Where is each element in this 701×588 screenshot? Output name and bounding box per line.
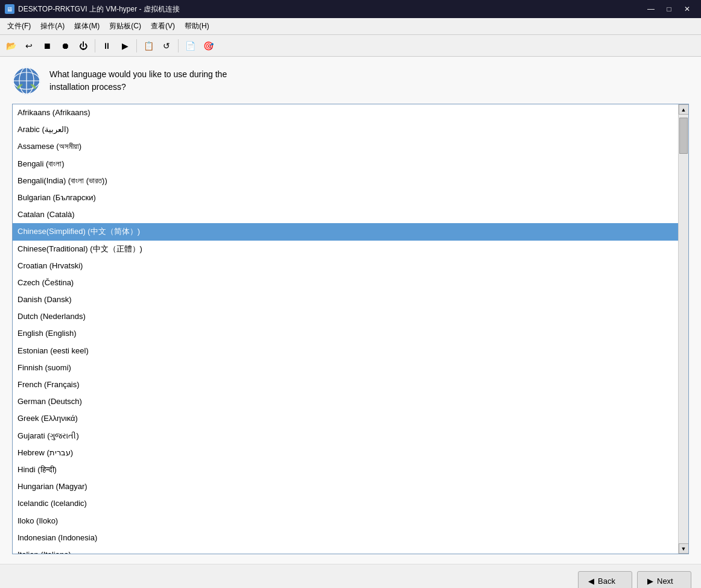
toolbar-btn-10[interactable]: 🎯: [200, 37, 217, 54]
language-item[interactable]: Chinese(Simplified) (中文（简体）): [13, 223, 678, 240]
scroll-down-button[interactable]: ▼: [679, 543, 689, 554]
toolbar-btn-0[interactable]: 📂: [2, 37, 19, 54]
menu-action[interactable]: 操作(A): [36, 19, 69, 34]
app-icon: 🖥: [5, 4, 14, 14]
back-label: Back: [598, 577, 615, 586]
language-item[interactable]: Icelandic (Icelandic): [13, 495, 678, 512]
toolbar-separator-2: [136, 39, 137, 52]
language-item[interactable]: Indonesian (Indonesia): [13, 530, 678, 546]
menu-media[interactable]: 媒体(M): [69, 19, 104, 34]
toolbar-btn-3[interactable]: ⏺: [57, 37, 74, 54]
toolbar-btn-4[interactable]: ⏻: [75, 37, 92, 54]
close-button[interactable]: ✕: [678, 1, 696, 17]
titlebar: 🖥 DESKTOP-RRKTGVI 上的 VM-hyper - 虚拟机连接 — …: [0, 0, 701, 18]
menubar: 文件(F) 操作(A) 媒体(M) 剪贴板(C) 查看(V) 帮助(H): [0, 18, 701, 35]
toolbar-btn-1[interactable]: ↩: [21, 37, 37, 54]
language-item[interactable]: Bulgarian (Български): [13, 189, 678, 206]
language-item[interactable]: Estonian (eesti keel): [13, 343, 678, 359]
toolbar-separator-3: [178, 39, 179, 52]
toolbar-btn-8[interactable]: ↺: [158, 37, 175, 54]
window-title: DESKTOP-RRKTGVI 上的 VM-hyper - 虚拟机连接: [18, 4, 642, 14]
back-arrow-icon: ◀: [588, 577, 594, 586]
question-container: What language would you like to use duri…: [49, 68, 227, 93]
language-item[interactable]: Dutch (Nederlands): [13, 308, 678, 325]
language-item[interactable]: French (Français): [13, 376, 678, 393]
language-item[interactable]: Catalan (Català): [13, 206, 678, 223]
next-arrow-icon: ▶: [647, 577, 653, 586]
menu-clipboard[interactable]: 剪贴板(C): [104, 19, 146, 34]
toolbar-separator-1: [95, 39, 95, 52]
scroll-up-button[interactable]: ▲: [679, 104, 689, 115]
scrollbar-track[interactable]: ▲ ▼: [678, 104, 688, 554]
language-list[interactable]: Afrikaans (Afrikaans)Arabic (العربية)Ass…: [13, 104, 678, 554]
language-item[interactable]: Czech (Čeština): [13, 274, 678, 291]
menu-help[interactable]: 帮助(H): [180, 19, 214, 34]
language-item[interactable]: Hungarian (Magyar): [13, 478, 678, 495]
scroll-thumb[interactable]: [679, 118, 688, 154]
language-item[interactable]: Greek (Ελληνικά): [13, 410, 678, 427]
menu-file[interactable]: 文件(F): [2, 19, 36, 34]
toolbar-btn-7[interactable]: 📋: [140, 37, 157, 54]
menu-view[interactable]: 查看(V): [146, 19, 180, 34]
toolbar-btn-9[interactable]: 📄: [182, 37, 198, 54]
header-area: What language would you like to use duri…: [12, 66, 689, 95]
language-item[interactable]: Bengali (বাংলা): [13, 156, 678, 172]
language-item[interactable]: Gujarati (ગુજરાતી): [13, 428, 678, 444]
question-line1: What language would you like to use duri…: [49, 68, 227, 81]
language-item[interactable]: Afrikaans (Afrikaans): [13, 104, 678, 121]
next-label: Next: [657, 577, 673, 586]
language-list-container: Afrikaans (Afrikaans)Arabic (العربية)Ass…: [12, 104, 689, 554]
language-item[interactable]: Finnish (suomi): [13, 359, 678, 376]
nav-buttons-area: ◀ Back ▶ Next: [0, 564, 701, 588]
back-button[interactable]: ◀ Back: [578, 571, 632, 589]
language-item[interactable]: English (English): [13, 325, 678, 342]
minimize-button[interactable]: —: [642, 1, 660, 17]
toolbar-btn-2[interactable]: ⏹: [39, 37, 56, 54]
toolbar-btn-6[interactable]: ▶: [116, 37, 133, 54]
question-line2: installation process?: [49, 81, 227, 93]
language-item[interactable]: Hebrew (עברית): [13, 444, 678, 461]
window-controls: — □ ✕: [642, 1, 696, 17]
main-content: What language would you like to use duri…: [0, 57, 701, 564]
toolbar: 📂 ↩ ⏹ ⏺ ⏻ ⏸ ▶ 📋 ↺ 📄 🎯: [0, 35, 701, 57]
language-item[interactable]: Danish (Dansk): [13, 291, 678, 308]
language-item[interactable]: German (Deutsch): [13, 393, 678, 410]
scroll-track: [679, 115, 688, 543]
language-item[interactable]: Iloko (Iloko): [13, 513, 678, 530]
language-item[interactable]: Hindi (हिन्दी): [13, 461, 678, 478]
toolbar-btn-5[interactable]: ⏸: [98, 37, 115, 54]
language-item[interactable]: Croatian (Hrvatski): [13, 258, 678, 274]
language-item[interactable]: Arabic (العربية): [13, 121, 678, 138]
next-button[interactable]: ▶ Next: [637, 571, 691, 589]
flag-icon: [12, 66, 41, 95]
language-item[interactable]: Chinese(Traditional) (中文（正體）): [13, 241, 678, 258]
language-item[interactable]: Bengali(India) (বাংলা (ভারত)): [13, 172, 678, 189]
language-item[interactable]: Italian (Italiano): [13, 546, 678, 554]
language-item[interactable]: Assamese (অসমীয়া): [13, 138, 678, 155]
maximize-button[interactable]: □: [660, 1, 678, 17]
